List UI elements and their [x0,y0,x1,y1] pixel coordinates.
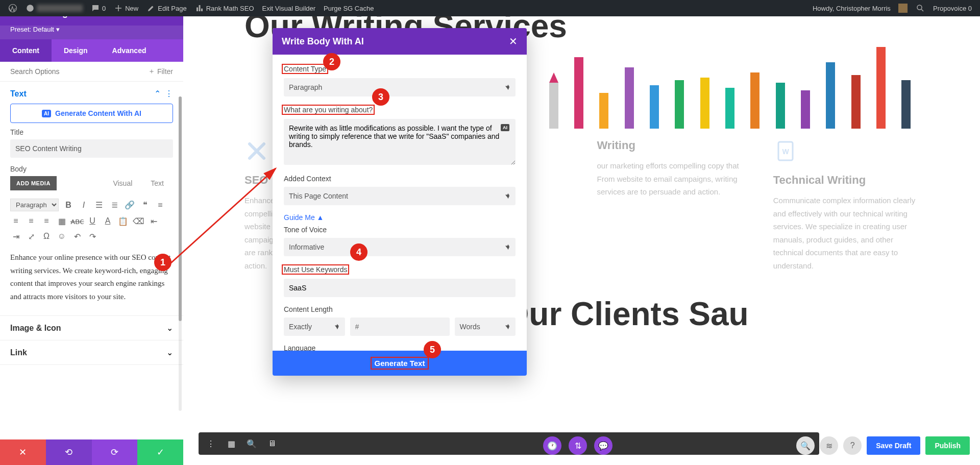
preset-label[interactable]: Preset: Default ▾ [0,26,183,39]
guide-me-link[interactable]: Guide Me ▲ [284,213,324,222]
editor-tab-visual[interactable]: Visual [104,176,141,190]
panel-image-icon-head[interactable]: Image & Icon ⌄ [10,323,173,333]
save-button[interactable]: ✓ [137,439,183,465]
length-unit-select[interactable]: Words▲▼ [455,317,516,336]
number-list-icon[interactable]: ≣ [109,200,120,211]
tab-advanced[interactable]: Advanced [100,39,159,62]
site-name[interactable] [21,0,87,16]
panel-text-label: Text [10,89,154,99]
editor-tab-text[interactable]: Text [141,176,173,190]
table-icon[interactable]: ▦ [56,215,67,227]
redo-icon[interactable]: ↷ [87,231,98,242]
modal-overlay: Write Body With AI ✕ Content Type Paragr… [183,16,980,465]
sidebar-scrollbar[interactable] [179,96,182,411]
search-options-row: ＋ Filter [0,62,183,82]
chevron-down-icon: ⌄ [166,348,173,357]
tone-select[interactable]: Informative▲▼ [284,238,516,256]
modal-header: Write Body With AI ✕ [273,28,527,55]
link-icon[interactable]: 🔗 [124,200,135,211]
search-icon[interactable] [912,0,929,16]
text-color-icon[interactable]: A [102,215,113,227]
ai-badge-icon: AI [42,110,51,117]
length-mode-select[interactable]: Exactly▲▼ [284,317,345,336]
panel-text-head[interactable]: Text ⌃ ⋮ [10,89,173,99]
about-label: What are you writing about? [282,105,375,115]
search-options-input[interactable] [10,67,148,76]
generate-text-button[interactable]: Generate Text [273,351,527,376]
format-select[interactable]: Paragraph [10,199,59,211]
align-left-icon[interactable]: ≡ [10,215,21,227]
keywords-input[interactable] [284,279,516,297]
panel-link-head[interactable]: Link ⌄ [10,348,173,357]
italic-icon[interactable]: I [78,200,89,211]
body-editor[interactable]: Enhance your online presence with our SE… [10,246,173,308]
paste-icon[interactable]: 📋 [117,215,129,227]
exit-vb-link[interactable]: Exit Visual Builder [258,0,320,16]
sidebar-actions: ✕ ⟲ ⟳ ✓ [0,439,183,465]
title-label: Title [10,128,173,136]
rank-math-link[interactable]: Rank Math SEO [191,0,258,16]
edit-page-link[interactable]: Edit Page [142,0,190,16]
avatar [898,4,908,13]
svg-point-2 [917,5,922,10]
fullscreen-icon[interactable]: ⤢ [26,231,37,242]
tone-label: Tone of Voice [284,226,516,234]
modal-title: Write Body With AI [282,36,509,47]
editor-toolbar: Paragraph B I ☰ ≣ 🔗 ❝ ≡ ≡ ≡ ≡ ▦ ᴀʙᴄ U A … [10,194,173,246]
close-button[interactable]: ✕ [0,439,46,465]
quote-icon[interactable]: ❝ [139,200,151,211]
generate-content-button[interactable]: AI Generate Content With AI [10,104,173,123]
language-label: Language [284,344,516,351]
context-select[interactable]: This Page Content▲▼ [284,187,516,205]
length-label: Content Length [284,305,516,313]
filter-button[interactable]: ＋ Filter [148,67,173,76]
body-label: Body [10,165,173,173]
chevron-up-icon: ⌃ [154,89,161,99]
align-right-icon[interactable]: ≡ [41,215,52,227]
wp-logo-icon[interactable] [4,0,21,16]
howdy-user[interactable]: Howdy, Christopher Morris [808,0,912,16]
wp-admin-bar: 0 New Edit Page Rank Math SEO Exit Visua… [0,0,980,16]
strikethrough-icon[interactable]: ᴀʙᴄ [71,215,83,227]
settings-tabs: Content Design Advanced [0,39,183,62]
undo-button[interactable]: ⟲ [46,439,92,465]
indent2-icon[interactable]: ⇥ [10,231,21,242]
comments-count: 0 [102,5,106,12]
content-type-select[interactable]: Paragraph▲▼ [284,78,516,96]
purge-cache-link[interactable]: Purge SG Cache [320,0,378,16]
content-type-label: Content Type [282,64,328,74]
new-link[interactable]: New [110,0,142,16]
propovoice-link[interactable]: Propovoice 0 [929,0,976,16]
add-media-button[interactable]: ADD MEDIA [10,176,57,190]
ai-icon[interactable]: AI [501,124,509,131]
bold-icon[interactable]: B [63,200,74,211]
emoji-icon[interactable]: ☺ [56,231,67,242]
more-vert-icon[interactable]: ⋮ [165,89,173,99]
omega-icon[interactable]: Ω [41,231,52,242]
length-number-input[interactable] [350,317,450,336]
comments-link[interactable]: 0 [87,0,110,16]
redo-button[interactable]: ⟳ [92,439,138,465]
chevron-down-icon: ⌄ [166,323,173,333]
tab-design[interactable]: Design [52,39,100,62]
undo-icon[interactable]: ↶ [71,231,83,242]
about-textarea[interactable]: Rewrite with as little modifications as … [284,119,516,165]
outdent-icon[interactable]: ⇤ [148,215,159,227]
context-label: Added Context [284,175,516,183]
close-icon[interactable]: ✕ [509,35,518,47]
ai-write-modal: Write Body With AI ✕ Content Type Paragr… [273,28,527,376]
keywords-label: Must Use Keywords [282,264,349,275]
tab-content[interactable]: Content [0,39,52,62]
blurb-settings-sidebar: Blurb Settings Preset: Default ▾ Content… [0,0,183,465]
underline-icon[interactable]: U [87,215,98,227]
indent-icon[interactable]: ≡ [155,200,166,211]
clear-format-icon[interactable]: ⌫ [133,215,144,227]
align-center-icon[interactable]: ≡ [26,215,37,227]
bullet-list-icon[interactable]: ☰ [93,200,105,211]
svg-point-1 [27,5,34,12]
title-input[interactable] [10,139,173,158]
